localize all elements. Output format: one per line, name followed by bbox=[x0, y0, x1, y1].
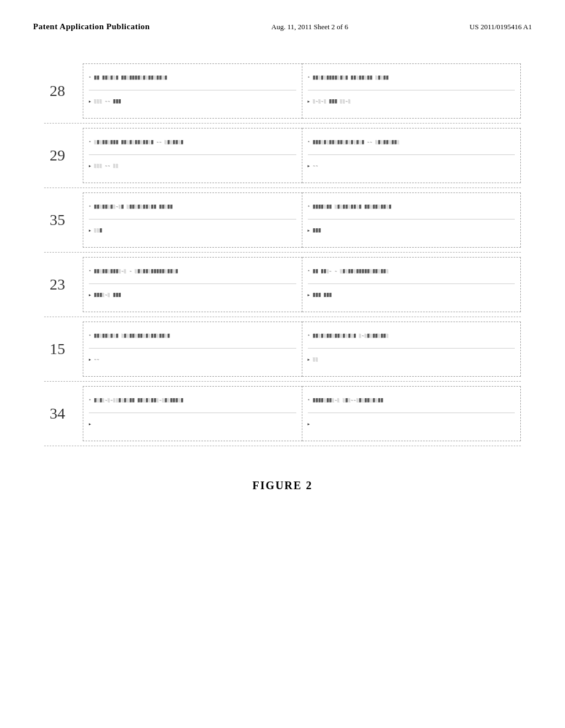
panels-container-29: * ░▓░▓▓░▓▓▓ ▓▓░▓░▓▓░▓▓░▓ ∼∼ ░▓░▓▓░▓▶ ░░░… bbox=[83, 128, 521, 183]
panel-15-1: * ▓▓░▓░▓▓░▓▓░▓░▓░▓ ░∼░▓░▓▓░▓▓░▶ ░░ bbox=[302, 322, 521, 377]
panel-bottom-28-1: ▶ ░∼░∼░ ▓▓▓ ░░∼░ bbox=[308, 90, 515, 110]
panel-top-28-0: * ▓▓ ▓▓░▓░▓ ▓▓░▓▓▓▓░▓░▓▓░▓▓░▓ bbox=[89, 68, 296, 90]
header-date-sheet: Aug. 11, 2011 Sheet 2 of 6 bbox=[271, 23, 348, 31]
figure-row-28: 28* ▓▓ ▓▓░▓░▓ ▓▓░▓▓▓▓░▓░▓▓░▓▓░▓▶ ░░░ ∼∼ … bbox=[44, 59, 521, 124]
panel-bottom-35-1: ▶ ▓▓▓ bbox=[308, 220, 515, 239]
header-patent-number: US 2011/0195416 A1 bbox=[470, 23, 532, 31]
figure-row-35: 35* ▓▓░▓▓░▓░∼░▓ ░▓▓░▓░▓▓░▓▓ ▓▓░▓▓▶ ░░▓* … bbox=[44, 188, 521, 253]
panel-top-29-1: * ▓▓▓░▓░▓▓░▓▓░▓░▓░▓░▓ ∼∼ ░▓░▓▓░▓▓░ bbox=[308, 133, 515, 155]
panel-bottom-34-1: ▶ bbox=[308, 413, 515, 432]
header-publication-label: Patent Application Publication bbox=[33, 22, 150, 31]
panel-top-29-0: * ░▓░▓▓░▓▓▓ ▓▓░▓░▓▓░▓▓░▓ ∼∼ ░▓░▓▓░▓ bbox=[89, 133, 296, 155]
panel-top-34-1: * ▓▓▓▓░▓▓░∼░ ░▓░∼∼░▓░▓▓░▓░▓▓ bbox=[308, 391, 515, 413]
panel-bottom-34-0: ▶ bbox=[89, 413, 296, 432]
panel-top-23-0: * ▓▓░▓▓░▓▓▓░∼░ ∼ ░▓░▓▓░▓▓▓▓▓░▓▓░▓ bbox=[89, 262, 296, 284]
panel-29-0: * ░▓░▓▓░▓▓▓ ▓▓░▓░▓▓░▓▓░▓ ∼∼ ░▓░▓▓░▓▶ ░░░… bbox=[83, 128, 302, 183]
figure-row-29: 29* ░▓░▓▓░▓▓▓ ▓▓░▓░▓▓░▓▓░▓ ∼∼ ░▓░▓▓░▓▶ ░… bbox=[44, 124, 521, 188]
figure-row-34: 34* ▓░▓░∼░∼░░▓░▓░▓▓ ▓▓░▓░▓▓░∼░▓░▓▓▓░▓▶* … bbox=[44, 382, 521, 446]
row-number-15: 15 bbox=[44, 322, 83, 377]
row-number-23: 23 bbox=[44, 257, 83, 312]
panel-35-1: * ▓▓▓▓░▓▓ ░▓░▓▓░▓▓░▓ ▓▓░▓▓░▓▓░▓▶ ▓▓▓ bbox=[302, 192, 521, 248]
figure-row-15: 15* ▓▓░▓▓░▓░▓ ░▓░▓▓░▓▓░▓░▓▓░▓▓░▓▶ ∼∼* ▓▓… bbox=[44, 317, 521, 382]
row-number-29: 29 bbox=[44, 128, 83, 183]
panel-35-0: * ▓▓░▓▓░▓░∼░▓ ░▓▓░▓░▓▓░▓▓ ▓▓░▓▓▶ ░░▓ bbox=[83, 192, 302, 248]
row-number-28: 28 bbox=[44, 63, 83, 119]
panel-top-15-0: * ▓▓░▓▓░▓░▓ ░▓░▓▓░▓▓░▓░▓▓░▓▓░▓ bbox=[89, 326, 296, 349]
panel-top-28-1: * ▓▓░▓░▓▓▓▓░▓░▓ ▓▓░▓▓░▓▓ ░▓░▓▓ bbox=[308, 68, 515, 90]
panel-34-1: * ▓▓▓▓░▓▓░∼░ ░▓░∼∼░▓░▓▓░▓░▓▓▶ bbox=[302, 386, 521, 441]
panels-container-23: * ▓▓░▓▓░▓▓▓░∼░ ∼ ░▓░▓▓░▓▓▓▓▓░▓▓░▓▶ ▓▓▓░∼… bbox=[83, 257, 521, 312]
row-number-34: 34 bbox=[44, 386, 83, 441]
panel-top-34-0: * ▓░▓░∼░∼░░▓░▓░▓▓ ▓▓░▓░▓▓░∼░▓░▓▓▓░▓ bbox=[89, 391, 296, 413]
panel-28-1: * ▓▓░▓░▓▓▓▓░▓░▓ ▓▓░▓▓░▓▓ ░▓░▓▓▶ ░∼░∼░ ▓▓… bbox=[302, 63, 521, 119]
main-content: 28* ▓▓ ▓▓░▓░▓ ▓▓░▓▓▓▓░▓░▓▓░▓▓░▓▶ ░░░ ∼∼ … bbox=[0, 42, 565, 457]
panel-29-1: * ▓▓▓░▓░▓▓░▓▓░▓░▓░▓░▓ ∼∼ ░▓░▓▓░▓▓░▶ ∼∼ bbox=[302, 128, 521, 183]
panel-top-23-1: * ▓▓ ▓▓░∼ ∼ ░▓░▓▓░▓▓▓▓▓░▓▓░▓▓░ bbox=[308, 262, 515, 284]
panel-28-0: * ▓▓ ▓▓░▓░▓ ▓▓░▓▓▓▓░▓░▓▓░▓▓░▓▶ ░░░ ∼∼ ▓▓… bbox=[83, 63, 302, 119]
panel-bottom-29-0: ▶ ░░░ ∼∼ ░░ bbox=[89, 155, 296, 174]
panel-top-15-1: * ▓▓░▓░▓▓░▓▓░▓░▓░▓ ░∼░▓░▓▓░▓▓░ bbox=[308, 326, 515, 349]
panel-23-1: * ▓▓ ▓▓░∼ ∼ ░▓░▓▓░▓▓▓▓▓░▓▓░▓▓░▶ ▓▓▓ ▓▓▓ bbox=[302, 257, 521, 312]
panel-23-0: * ▓▓░▓▓░▓▓▓░∼░ ∼ ░▓░▓▓░▓▓▓▓▓░▓▓░▓▶ ▓▓▓░∼… bbox=[83, 257, 302, 312]
panel-bottom-15-1: ▶ ░░ bbox=[308, 349, 515, 368]
panel-15-0: * ▓▓░▓▓░▓░▓ ░▓░▓▓░▓▓░▓░▓▓░▓▓░▓▶ ∼∼ bbox=[83, 322, 302, 377]
page-header: Patent Application Publication Aug. 11, … bbox=[0, 0, 565, 42]
figure-row-23: 23* ▓▓░▓▓░▓▓▓░∼░ ∼ ░▓░▓▓░▓▓▓▓▓░▓▓░▓▶ ▓▓▓… bbox=[44, 253, 521, 317]
panels-container-15: * ▓▓░▓▓░▓░▓ ░▓░▓▓░▓▓░▓░▓▓░▓▓░▓▶ ∼∼* ▓▓░▓… bbox=[83, 322, 521, 377]
panel-top-35-1: * ▓▓▓▓░▓▓ ░▓░▓▓░▓▓░▓ ▓▓░▓▓░▓▓░▓ bbox=[308, 197, 515, 220]
panel-bottom-15-0: ▶ ∼∼ bbox=[89, 349, 296, 368]
panels-container-35: * ▓▓░▓▓░▓░∼░▓ ░▓▓░▓░▓▓░▓▓ ▓▓░▓▓▶ ░░▓* ▓▓… bbox=[83, 192, 521, 248]
panels-container-28: * ▓▓ ▓▓░▓░▓ ▓▓░▓▓▓▓░▓░▓▓░▓▓░▓▶ ░░░ ∼∼ ▓▓… bbox=[83, 63, 521, 119]
panel-top-35-0: * ▓▓░▓▓░▓░∼░▓ ░▓▓░▓░▓▓░▓▓ ▓▓░▓▓ bbox=[89, 197, 296, 220]
panel-bottom-23-0: ▶ ▓▓▓░∼░ ▓▓▓ bbox=[89, 284, 296, 303]
row-number-35: 35 bbox=[44, 192, 83, 248]
panels-container-34: * ▓░▓░∼░∼░░▓░▓░▓▓ ▓▓░▓░▓▓░∼░▓░▓▓▓░▓▶* ▓▓… bbox=[83, 386, 521, 441]
panel-34-0: * ▓░▓░∼░∼░░▓░▓░▓▓ ▓▓░▓░▓▓░∼░▓░▓▓▓░▓▶ bbox=[83, 386, 302, 441]
panel-bottom-28-0: ▶ ░░░ ∼∼ ▓▓▓ bbox=[89, 90, 296, 110]
figure-caption: FIGURE 2 bbox=[0, 457, 565, 503]
panel-bottom-29-1: ▶ ∼∼ bbox=[308, 155, 515, 174]
panel-bottom-23-1: ▶ ▓▓▓ ▓▓▓ bbox=[308, 284, 515, 303]
panel-bottom-35-0: ▶ ░░▓ bbox=[89, 220, 296, 239]
